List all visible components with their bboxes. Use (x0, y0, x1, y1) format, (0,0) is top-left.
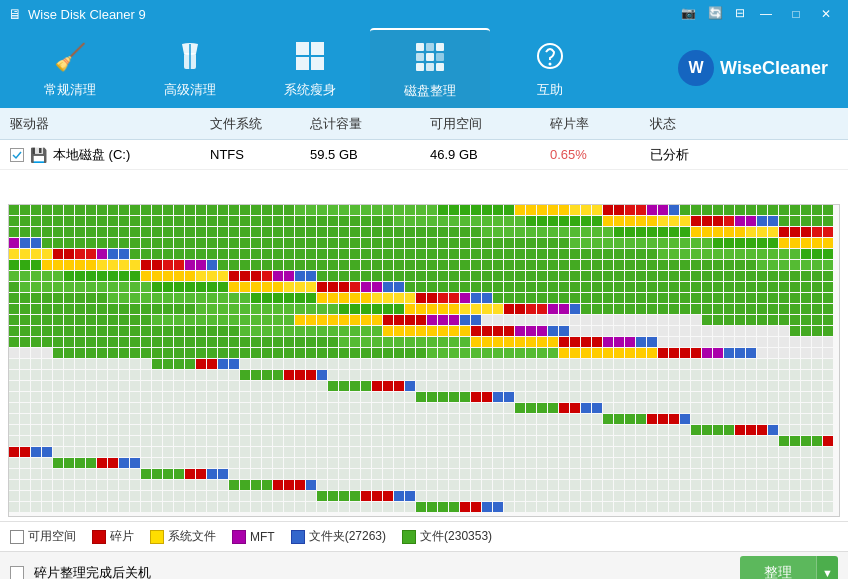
legend-file-label: 文件(230353) (420, 528, 492, 545)
nav-defrag[interactable]: 磁盘整理 (370, 28, 490, 108)
legend-system-label: 系统文件 (168, 528, 216, 545)
nav-help[interactable]: 互助 (490, 28, 610, 108)
svg-rect-3 (296, 42, 309, 55)
nav-regular-clean-label: 常规清理 (44, 81, 96, 99)
legend-system: 系统文件 (150, 528, 216, 545)
svg-text:🧹: 🧹 (54, 41, 86, 72)
legend-file: 文件(230353) (402, 528, 492, 545)
brand-text: WiseCleaner (720, 58, 828, 79)
advanced-clean-icon (174, 40, 206, 77)
frag-rate: 0.65% (550, 147, 650, 162)
col-header-drive: 驱动器 (10, 115, 210, 133)
settings-icon[interactable]: ⊟ (730, 4, 750, 24)
legend-free-box (10, 530, 24, 544)
legend: 可用空间 碎片 系统文件 MFT 文件夹(27263) 文件(230353) (0, 521, 848, 551)
svg-rect-15 (436, 63, 444, 71)
nav-bar: 🧹 常规清理 高级清理 系统瘦身 (0, 28, 848, 108)
svg-rect-13 (416, 63, 424, 71)
nav-advanced-clean[interactable]: 高级清理 (130, 28, 250, 108)
col-header-free: 可用空间 (430, 115, 550, 133)
legend-free-label: 可用空间 (28, 528, 76, 545)
drive-status: 已分析 (650, 146, 838, 164)
legend-fragment-box (92, 530, 106, 544)
legend-folder-box (291, 530, 305, 544)
legend-system-box (150, 530, 164, 544)
col-header-frag: 碎片率 (550, 115, 650, 133)
broom-icon: 🧹 (54, 40, 86, 77)
total-size: 59.5 GB (310, 147, 430, 162)
defrag-button[interactable]: 整理 (740, 556, 816, 580)
nav-regular-clean[interactable]: 🧹 常规清理 (10, 28, 130, 108)
help-icon (534, 40, 566, 77)
table-body: 💾 本地磁盘 (C:) NTFS 59.5 GB 46.9 GB 0.65% 已… (0, 140, 848, 200)
slim-icon (294, 40, 326, 77)
svg-rect-10 (416, 53, 424, 61)
svg-rect-9 (436, 43, 444, 51)
svg-rect-6 (311, 57, 324, 70)
legend-fragment-label: 碎片 (110, 528, 134, 545)
svg-point-17 (549, 62, 552, 65)
shutdown-checkbox[interactable] (10, 566, 24, 580)
legend-file-box (402, 530, 416, 544)
app-icon: 🖥 (8, 6, 22, 22)
drive-checkbox[interactable] (10, 148, 24, 162)
close-button[interactable]: ✕ (812, 4, 840, 24)
defrag-btn-group: 整理 ▼ (740, 556, 838, 580)
file-system: NTFS (210, 147, 310, 162)
nav-advanced-clean-label: 高级清理 (164, 81, 216, 99)
disk-canvas (9, 205, 839, 516)
legend-folder: 文件夹(27263) (291, 528, 386, 545)
camera-icon[interactable]: 📷 (676, 4, 701, 24)
svg-rect-4 (311, 42, 324, 55)
col-header-total: 总计容量 (310, 115, 430, 133)
legend-free: 可用空间 (10, 528, 76, 545)
title-bar: 🖥 Wise Disk Cleaner 9 📷 🔄 ⊟ — □ ✕ (0, 0, 848, 28)
defrag-dropdown-button[interactable]: ▼ (816, 556, 838, 580)
nav-slim[interactable]: 系统瘦身 (250, 28, 370, 108)
legend-folder-label: 文件夹(27263) (309, 528, 386, 545)
legend-mft-box (232, 530, 246, 544)
nav-help-label: 互助 (537, 81, 563, 99)
svg-rect-12 (436, 53, 444, 61)
col-header-status: 状态 (650, 115, 838, 133)
maximize-button[interactable]: □ (782, 4, 810, 24)
legend-mft: MFT (232, 530, 275, 544)
svg-rect-7 (416, 43, 424, 51)
svg-rect-11 (426, 53, 434, 61)
shutdown-label: 碎片整理完成后关机 (34, 564, 151, 580)
bottom-bar: 碎片整理完成后关机 整理 ▼ (0, 551, 848, 579)
drive-name: 本地磁盘 (C:) (53, 146, 130, 164)
disk-map (8, 204, 840, 517)
col-header-fs: 文件系统 (210, 115, 310, 133)
brand: W WiseCleaner (678, 28, 838, 108)
nav-defrag-label: 磁盘整理 (404, 82, 456, 100)
svg-rect-8 (426, 43, 434, 51)
drive-disk-icon: 💾 (30, 147, 47, 163)
table-header: 驱动器 文件系统 总计容量 可用空间 碎片率 状态 (0, 108, 848, 140)
table-row[interactable]: 💾 本地磁盘 (C:) NTFS 59.5 GB 46.9 GB 0.65% 已… (0, 140, 848, 170)
defrag-icon (414, 41, 446, 78)
nav-slim-label: 系统瘦身 (284, 81, 336, 99)
free-space: 46.9 GB (430, 147, 550, 162)
legend-mft-label: MFT (250, 530, 275, 544)
app-title: Wise Disk Cleaner 9 (28, 7, 670, 22)
refresh-icon[interactable]: 🔄 (703, 4, 728, 24)
brand-logo: W (678, 50, 714, 86)
minimize-button[interactable]: — (752, 4, 780, 24)
svg-rect-14 (426, 63, 434, 71)
legend-fragment: 碎片 (92, 528, 134, 545)
svg-rect-5 (296, 57, 309, 70)
